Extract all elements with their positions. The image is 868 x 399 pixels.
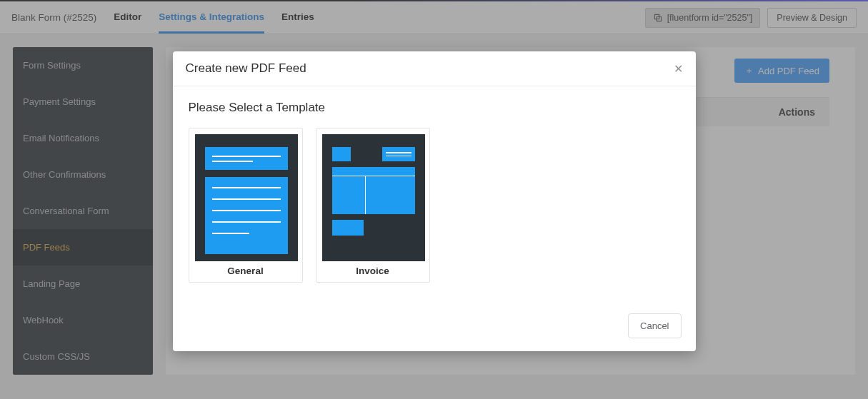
template-general[interactable]: General	[189, 128, 303, 283]
template-invoice-preview	[322, 134, 425, 261]
template-invoice-label: Invoice	[322, 261, 424, 276]
template-general-preview	[195, 134, 298, 261]
cancel-button[interactable]: Cancel	[628, 313, 681, 338]
modal-overlay[interactable]: Create new PDF Feed ✕ Please Select a Te…	[0, 0, 868, 399]
close-icon[interactable]: ✕	[674, 62, 683, 76]
template-general-label: General	[195, 261, 296, 276]
create-pdf-feed-modal: Create new PDF Feed ✕ Please Select a Te…	[173, 51, 696, 351]
modal-subtitle: Please Select a Template	[189, 101, 680, 115]
modal-title: Create new PDF Feed	[186, 61, 306, 76]
template-invoice[interactable]: Invoice	[316, 128, 430, 283]
